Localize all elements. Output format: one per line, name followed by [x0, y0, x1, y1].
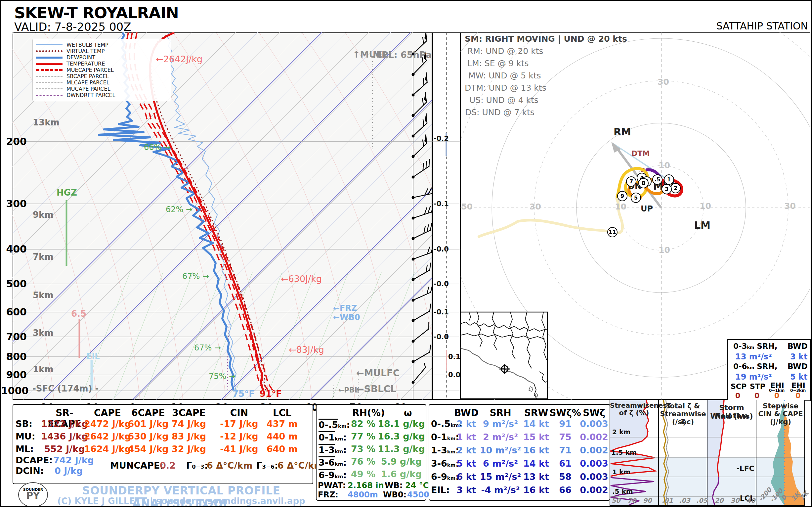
pressure-tick: 300 — [1, 198, 27, 210]
surface-dewpoint-f: 75°F — [233, 389, 255, 399]
p4-title-1: Stepwise — [756, 402, 805, 410]
hodo-marker: 5 — [631, 192, 641, 203]
height-label: 1km — [33, 364, 53, 374]
omega-header: ω — [404, 407, 412, 418]
rh-value: 82 % — [345, 418, 381, 429]
moisture-row-label: 0-1km: — [318, 431, 347, 443]
dcape-label: DCAPE: — [15, 455, 53, 465]
omega-value: 0.0 — [448, 371, 460, 379]
height-label: 3km — [33, 328, 53, 338]
storm-motion-dtm: DTM: UND @ 13 kts — [465, 83, 546, 93]
mpl-label: MPL: 65hPa — [373, 50, 432, 60]
virtualtemp-line-sample — [36, 50, 63, 52]
frz-value: 4800m — [348, 490, 378, 499]
up-label: UP — [641, 204, 653, 214]
frz-label: ←FRZ — [333, 303, 357, 313]
kin-srh: 10 m²/s² — [479, 445, 522, 455]
pressure-tick: 900 — [1, 369, 27, 381]
kin-srw: 14 kt — [518, 458, 554, 469]
p2-tick: .03 — [679, 497, 690, 504]
kin-srh: 6 m²/s² — [479, 458, 522, 469]
stp-value: 0 — [754, 392, 759, 400]
p3-title-2: Wind (kts) — [707, 412, 756, 420]
legend-label: VIRTUAL TEMP — [66, 48, 105, 54]
ml-3cape: 32 J/kg — [164, 444, 214, 454]
ml-cin: -41 J/kg — [214, 444, 264, 454]
ehi-0-1-value: 0 — [774, 392, 779, 400]
legend-label: WETBULB TEMP — [66, 42, 109, 48]
p2-tick: .05 — [696, 497, 707, 504]
sb-3cape: 74 J/kg — [164, 418, 214, 429]
legend-label: DEWPOINT — [66, 54, 95, 61]
rh-annotation: 62% → — [166, 205, 192, 214]
ring-label-10-bottom: 10 — [659, 245, 670, 255]
p3-tick: 20 — [715, 497, 723, 504]
pwat-label: PWAT: — [318, 481, 346, 490]
pressure-tick: 1000 — [1, 385, 27, 396]
row-label-sb: SB: — [15, 418, 33, 429]
cape-630-annotation: ←630J/kg — [281, 274, 322, 284]
sbcape-line-sample — [36, 76, 63, 77]
pwat-value: 2.168 in — [348, 481, 384, 490]
hodo-marker-label: 2 — [674, 185, 677, 191]
mucape-el-annotation: ←2642J/kg — [156, 54, 202, 64]
srh-0-3-header: 0-3km SRH, — [733, 342, 777, 350]
storm-motion-header: SM: RIGHT MOVING | UND @ 20 kts — [465, 34, 627, 44]
frz-table-label: FRZ: — [318, 490, 338, 499]
gamma-3-6-label: Γ₃₋₆: — [256, 460, 278, 470]
sfc-label: -SFC (174m) - — [33, 384, 99, 393]
ml-lcl: 640 m — [257, 444, 307, 454]
rh-value: 73 % — [345, 444, 381, 454]
kin-srh: 15 m²/s² — [479, 471, 522, 482]
pressure-tick: 500 — [1, 278, 27, 290]
legend-item: DWNDRFT PARCEL — [36, 92, 168, 98]
p1-tick: 90 — [643, 497, 651, 504]
height-1-5km: 1.5 km — [611, 448, 637, 456]
kin-srw: 16 kt — [518, 445, 554, 455]
pressure-tick: 600 — [1, 306, 27, 318]
rm-label: RM — [614, 126, 631, 138]
scp-value: 0 — [735, 392, 740, 400]
kin-srw: 13 kt — [518, 471, 554, 482]
hodo-marker-label: 11 — [609, 229, 616, 235]
valid-time: VALID: 7-8-2025 00Z — [14, 20, 131, 34]
rh-annotation: 67% → — [182, 272, 209, 281]
legend-item: MLCAPE PARCEL — [36, 79, 168, 86]
omega-value: -0.1 — [434, 308, 449, 316]
mucape-line-sample — [36, 89, 63, 89]
omega-value: -0.2 — [434, 135, 449, 143]
trace-9-12km — [479, 196, 622, 237]
hodo-marker: 3 — [662, 184, 672, 194]
sblcl-label: ←SBLCL — [356, 384, 396, 394]
legend-item: MUECAPE PARCEL — [36, 67, 168, 73]
sb-cin: -17 J/kg — [214, 418, 264, 429]
ring-label-30-right: 30 — [784, 201, 796, 211]
thermo-header: LCL — [257, 407, 307, 418]
rh-value: 77 % — [345, 431, 381, 442]
hodo-marker: 2 — [671, 183, 681, 193]
srh-0-6-value: 19 m²/s² — [735, 372, 772, 382]
hodo-marker-label: 3 — [665, 186, 669, 192]
p2-title-1: Total ζ & — [659, 402, 707, 410]
rh-header: RH(%) — [352, 407, 385, 418]
omega-value: -0.0 — [434, 280, 449, 288]
kin-srw: 14 kt — [518, 418, 554, 429]
hodo-marker: 8 — [638, 178, 648, 188]
temperature-line-sample — [36, 63, 63, 65]
lfc-label: -LFC — [725, 464, 754, 472]
muncape-value: 0.2 — [160, 460, 176, 470]
map-inset — [460, 312, 547, 399]
hodo-marker-label: 1 — [667, 176, 671, 183]
p3-tick: 30 — [731, 497, 739, 504]
rh-value: 49 % — [345, 469, 381, 479]
mu-3cape: 83 J/kg — [164, 431, 214, 442]
logo-text-main: PY — [19, 492, 47, 500]
legend-item: TEMPERATURE — [36, 61, 168, 67]
hodo-marker-label: 7 — [629, 178, 633, 185]
bwd-0-6-value: 5 kt — [790, 372, 808, 382]
dewpoint-line-sample — [36, 57, 63, 59]
legend-item: MUCAPE PARCEL — [36, 86, 168, 92]
scp-header: SCP — [731, 382, 747, 391]
legend-item: VIRTUAL TEMP — [36, 48, 168, 54]
wb-label: WB: — [385, 481, 402, 490]
